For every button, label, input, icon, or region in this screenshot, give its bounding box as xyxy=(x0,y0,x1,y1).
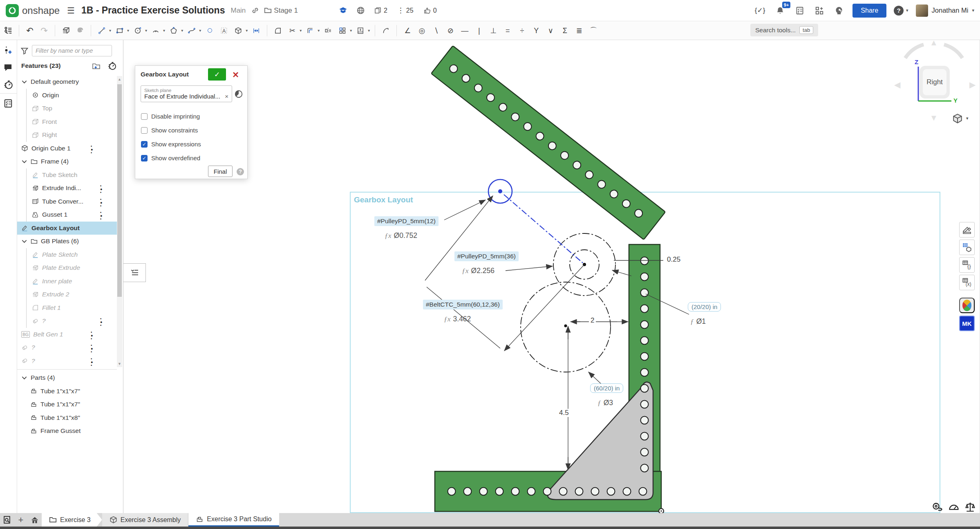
point-tool-icon[interactable] xyxy=(204,24,215,37)
polygon-tool-caret-icon[interactable]: ▾ xyxy=(181,28,183,33)
scroll-down-icon[interactable]: ▼ xyxy=(117,362,122,366)
expand-caret-icon[interactable] xyxy=(21,375,27,381)
belt-ctc-dimension[interactable]: ƒx3.462 xyxy=(444,315,471,323)
dialog-accept-button[interactable]: ✓ xyxy=(208,68,226,81)
spline-tool-icon[interactable] xyxy=(186,24,197,37)
feature-item-unknown[interactable]: ? xyxy=(17,341,117,354)
tab-exercise-3-assembly[interactable]: Exercise 3 Assembly xyxy=(102,513,189,527)
app-mk-icon[interactable]: MK xyxy=(959,316,975,331)
checkbox-icon[interactable] xyxy=(141,127,148,134)
feature-item-front-plane[interactable]: Front xyxy=(27,115,117,129)
rotate-right-icon[interactable]: ▶ xyxy=(969,80,976,90)
feature-item-extrude-individual[interactable]: Extrude Indi... xyxy=(27,182,117,195)
dxf-import-icon[interactable] xyxy=(355,24,366,37)
rectangle-tool-icon[interactable] xyxy=(114,24,125,37)
feature-item-right-plane[interactable]: Right xyxy=(27,128,117,142)
normal-constraint-icon[interactable]: Y xyxy=(530,24,542,37)
likes-button[interactable]: 0 xyxy=(422,5,439,16)
new-tab-button[interactable]: + xyxy=(14,513,28,527)
rectangle-tool-caret-icon[interactable]: ▾ xyxy=(127,28,129,33)
education-badge-icon[interactable] xyxy=(337,4,349,16)
tape-measure-icon[interactable] xyxy=(932,501,943,513)
graphics-canvas[interactable]: Gearbox Layout #PulleyPD_5mm(12) ƒxØ0.75… xyxy=(123,40,980,513)
dimension-2[interactable]: 2 xyxy=(589,316,596,325)
dialog-cancel-button[interactable]: ✕ xyxy=(230,69,242,80)
feature-item-frame-folder[interactable]: Frame (4) xyxy=(17,155,117,168)
history-timer-icon[interactable] xyxy=(3,79,14,90)
versions-button[interactable]: ⋮25 xyxy=(396,4,416,16)
arc-tool-caret-icon[interactable]: ▾ xyxy=(163,28,165,33)
home-tab-icon[interactable] xyxy=(28,513,42,527)
insert-feature-icon[interactable] xyxy=(3,45,14,56)
drag-handle-icon[interactable] xyxy=(91,343,93,352)
offset-tool-caret-icon[interactable]: ▾ xyxy=(318,28,320,33)
feature-item-tube-converter[interactable]: Tube Conver... xyxy=(27,195,117,208)
circle-tool-icon[interactable] xyxy=(132,24,143,37)
dimension-4-5[interactable]: 4.5 xyxy=(557,409,571,417)
line-tool-caret-icon[interactable]: ▾ xyxy=(109,28,111,33)
version-name[interactable]: Stage 1 xyxy=(274,7,298,15)
feature-item-origin[interactable]: Origin xyxy=(27,89,117,102)
feature-tree-scrollbar[interactable]: ▲ ▼ xyxy=(117,76,122,367)
drag-handle-icon[interactable] xyxy=(100,197,102,206)
checkbox-show-overdefined[interactable]: ✓Show overdefined xyxy=(141,155,200,161)
symmetric-constraint-icon[interactable]: Σ xyxy=(559,24,571,37)
midpoint-constraint-icon[interactable]: ÷ xyxy=(516,24,528,37)
coincident-constraint-icon[interactable]: ∠ xyxy=(402,24,413,37)
tab-exercise-3-folder[interactable]: Exercise 3 xyxy=(42,513,102,527)
text-tool-icon[interactable] xyxy=(218,24,230,37)
user-name[interactable]: Jonathan Mi xyxy=(932,7,969,14)
part-item-tube-8[interactable]: Tube 1"x1"x8" xyxy=(26,411,117,425)
concentric-constraint-icon[interactable]: ◎ xyxy=(416,24,427,37)
rotate-left-icon[interactable]: ◀ xyxy=(894,80,900,90)
dimension-0-25[interactable]: 0.25 xyxy=(665,256,682,264)
expand-caret-icon[interactable] xyxy=(21,159,27,165)
drag-handle-icon[interactable] xyxy=(91,357,93,365)
pattern-tool-icon[interactable] xyxy=(337,24,348,37)
feature-item-default-geometry[interactable]: Default geometry xyxy=(17,75,117,89)
undo-button[interactable]: ↶ xyxy=(24,24,36,37)
feature-item-gb-plates-folder[interactable]: GB Plates (6) xyxy=(17,235,117,248)
selected-center-point[interactable] xyxy=(498,189,502,193)
part-item-frame-gusset[interactable]: Frame Gusset xyxy=(26,424,117,438)
drag-handle-icon[interactable] xyxy=(100,211,102,219)
perpendicular-constraint-icon[interactable]: ⊥ xyxy=(488,24,499,37)
feature-item-gearbox-layout[interactable]: Gearbox Layout xyxy=(17,222,117,235)
feature-item-gusset-1[interactable]: Gusset 1 xyxy=(27,208,117,222)
clear-selection-icon[interactable]: × xyxy=(225,93,228,100)
view-mode-cube-icon[interactable] xyxy=(952,113,963,124)
feature-item-origin-cube[interactable]: Origin Cube 1 xyxy=(17,142,117,155)
feature-item-extrude-2[interactable]: Extrude 2 xyxy=(27,288,117,301)
help-button[interactable]: ? xyxy=(894,6,904,16)
part-item-tube-7b[interactable]: Tube 1"x1"x7" xyxy=(26,398,117,411)
trim-tool-icon[interactable]: ✂ xyxy=(286,24,298,37)
circle-tool-caret-icon[interactable]: ▾ xyxy=(145,28,147,33)
sheet-metal-bend-icon[interactable] xyxy=(380,24,392,37)
feature-item-plate-sketch[interactable]: Plate Sketch xyxy=(27,248,117,262)
redo-button[interactable]: ↷ xyxy=(38,24,50,37)
checkbox-show-expressions[interactable]: ✓Show expressions xyxy=(141,141,201,148)
tab-exercise-3-part-studio[interactable]: Exercise 3 Part Studio xyxy=(188,513,279,527)
scrollbar-thumb[interactable] xyxy=(117,84,122,297)
checkbox-disable-imprinting[interactable]: Disable imprinting xyxy=(141,113,200,120)
ratio-20-20-value[interactable]: ƒØ1 xyxy=(690,317,706,326)
feature-item-fillet-1[interactable]: Fillet 1 xyxy=(27,301,117,315)
feature-item-inner-plate[interactable]: Inner plate xyxy=(27,275,117,288)
document-title[interactable]: 1B - Practice Exercise Solutions xyxy=(81,5,225,16)
scroll-up-icon[interactable]: ▲ xyxy=(117,77,122,81)
mass-properties-icon[interactable] xyxy=(964,501,976,513)
new-folder-icon[interactable] xyxy=(92,62,101,70)
protractor-icon[interactable] xyxy=(948,501,960,513)
expand-caret-icon[interactable] xyxy=(21,238,27,244)
comments-icon[interactable] xyxy=(3,62,14,73)
main-menu-icon[interactable]: ☰ xyxy=(67,6,75,16)
trim-tool-caret-icon[interactable]: ▾ xyxy=(300,28,302,33)
horizontal-constraint-icon[interactable]: — xyxy=(459,24,470,37)
bom-table-panel-icon[interactable] xyxy=(959,240,975,255)
tab-manager-icon[interactable] xyxy=(0,513,14,527)
feature-script-icon[interactable]: {✓} xyxy=(753,4,767,16)
arc-tool-icon[interactable] xyxy=(150,24,161,37)
pattern-tool-caret-icon[interactable]: ▾ xyxy=(350,28,352,33)
expand-caret-icon[interactable] xyxy=(21,79,27,85)
search-tools-input[interactable]: Search tools... tab xyxy=(750,24,818,36)
